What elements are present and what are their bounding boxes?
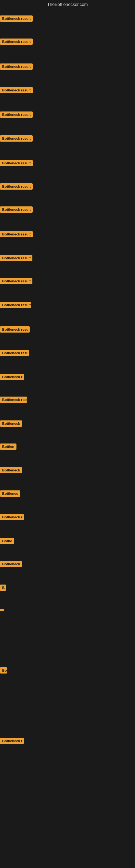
bottleneck-badge-22: Bottleneck r (0, 514, 24, 520)
bottleneck-badge-2: Bottleneck result (0, 38, 33, 45)
bottleneck-badge-28: Bottleneck r (0, 738, 24, 744)
bottleneck-item-1: Bottleneck result (0, 16, 33, 23)
bottleneck-badge-17: Bottleneck resu (0, 397, 27, 403)
bottleneck-badge-13: Bottleneck result (0, 302, 31, 308)
bottleneck-badge-4: Bottleneck result (0, 87, 33, 93)
bottleneck-badge-21: Bottlenec (0, 490, 20, 497)
bottleneck-item-2: Bottleneck result (0, 38, 33, 46)
bottleneck-item-17: Bottleneck resu (0, 397, 27, 404)
bottleneck-item-27: Bo (0, 667, 7, 675)
bottleneck-item-15: Bottleneck result (0, 350, 29, 357)
bottleneck-badge-3: Bottleneck result (0, 63, 33, 70)
bottleneck-badge-10: Bottleneck result (0, 231, 33, 237)
bottleneck-badge-15: Bottleneck result (0, 350, 29, 356)
bottleneck-badge-7: Bottleneck result (0, 160, 33, 166)
bottleneck-badge-1: Bottleneck result (0, 16, 33, 22)
bottleneck-item-10: Bottleneck result (0, 231, 33, 239)
bottleneck-badge-12: Bottleneck result (0, 278, 32, 284)
bottleneck-item-11: Bottleneck result (0, 255, 32, 262)
bottleneck-badge-16: Bottleneck r (0, 374, 24, 380)
bottleneck-badge-24: Bottleneck (0, 561, 22, 567)
bottleneck-item-5: Bottleneck result (0, 112, 33, 119)
bottleneck-item-13: Bottleneck result (0, 302, 31, 309)
bottleneck-item-25: B (0, 585, 6, 592)
bottleneck-badge-23: Bottle (0, 538, 14, 544)
bottleneck-item-23: Bottle (0, 538, 14, 545)
bottleneck-badge-8: Bottleneck result (0, 183, 33, 190)
bottleneck-badge-11: Bottleneck result (0, 255, 32, 261)
bottleneck-item-24: Bottleneck (0, 561, 22, 568)
bottleneck-item-20: Bottleneck (0, 467, 22, 474)
bottleneck-item-14: Bottleneck result (0, 326, 30, 334)
bottleneck-badge-19: Bottlen (0, 443, 16, 450)
bottleneck-item-12: Bottleneck result (0, 278, 32, 285)
bottleneck-item-26 (0, 607, 4, 612)
bottleneck-item-3: Bottleneck result (0, 63, 33, 71)
bottleneck-item-9: Bottleneck result (0, 207, 33, 214)
bottleneck-item-18: Bottleneck (0, 421, 22, 428)
bottleneck-badge-20: Bottleneck (0, 467, 22, 473)
bottleneck-badge-6: Bottleneck result (0, 135, 33, 142)
bottleneck-badge-14: Bottleneck result (0, 326, 30, 333)
bottleneck-item-16: Bottleneck r (0, 374, 24, 381)
bottleneck-item-21: Bottlenec (0, 490, 20, 498)
bottleneck-badge-18: Bottleneck (0, 421, 22, 427)
bottleneck-item-8: Bottleneck result (0, 183, 33, 191)
bottleneck-item-4: Bottleneck result (0, 87, 33, 94)
bottleneck-badge-25: B (0, 585, 6, 591)
bottleneck-item-28: Bottleneck r (0, 738, 24, 745)
bottleneck-item-6: Bottleneck result (0, 135, 33, 143)
bottleneck-item-7: Bottleneck result (0, 160, 33, 167)
bottleneck-badge-9: Bottleneck result (0, 207, 33, 213)
bottleneck-badge-5: Bottleneck result (0, 112, 33, 118)
bottleneck-item-22: Bottleneck r (0, 514, 24, 521)
bottleneck-badge-26 (0, 609, 4, 611)
bottleneck-item-19: Bottlen (0, 443, 16, 451)
site-title: TheBottlenecker.com (0, 0, 135, 9)
bottleneck-badge-27: Bo (0, 667, 7, 674)
